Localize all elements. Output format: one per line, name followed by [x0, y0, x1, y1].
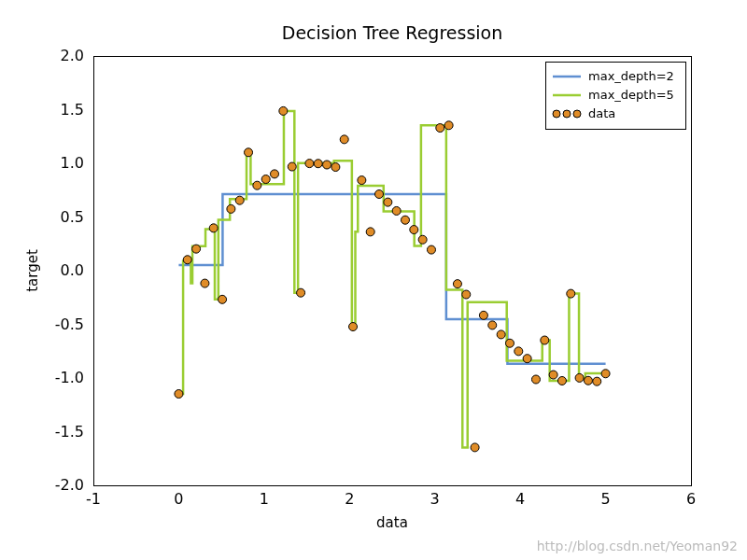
data-point: [227, 204, 235, 213]
data-point: [505, 339, 514, 347]
ytick-label: 1.5: [61, 101, 84, 119]
data-point: [584, 376, 592, 385]
data-point: [557, 376, 566, 385]
data-point: [462, 290, 471, 299]
ytick-label: 2.0: [61, 47, 84, 64]
data-point: [523, 355, 531, 363]
ytick-label: -1.5: [55, 423, 84, 441]
data-point: [349, 323, 358, 331]
data-point: [593, 377, 601, 385]
xtick-label: 1: [260, 490, 269, 508]
data-point: [175, 390, 183, 399]
legend-swatch: [573, 110, 581, 118]
data-point: [549, 371, 557, 379]
data-point: [201, 279, 209, 287]
data-point: [444, 121, 453, 130]
data-point: [384, 198, 392, 206]
ytick-label: 0.5: [61, 208, 84, 226]
data-point: [418, 235, 427, 244]
xtick-label: 6: [686, 490, 696, 508]
ytick-label: 1.0: [61, 154, 84, 172]
data-point: [427, 245, 435, 254]
xtick-label: 3: [430, 490, 440, 508]
legend-swatch: [553, 110, 560, 118]
legend-label: max_depth=5: [588, 88, 674, 102]
legend-label: data: [588, 106, 615, 120]
data-point: [340, 135, 348, 144]
data-point: [358, 176, 366, 185]
data-point: [366, 228, 374, 236]
series-max_depth=5: [178, 111, 605, 448]
data-point: [279, 106, 288, 115]
data-point: [601, 370, 610, 378]
data-point: [401, 216, 409, 224]
chart: -10123456-2.0-1.5-1.0-0.50.00.51.01.52.0…: [0, 0, 747, 560]
data-point: [288, 162, 296, 171]
data-point: [323, 161, 331, 169]
data-point: [271, 170, 279, 178]
ytick-label: -0.5: [55, 315, 84, 333]
y-axis-label: target: [24, 249, 41, 292]
data-point: [479, 311, 487, 319]
data-point: [314, 160, 322, 168]
watermark: http://blog.csdn.net/Yeoman92: [537, 539, 738, 553]
chart-title: Decision Tree Regression: [282, 22, 502, 43]
data-point: [192, 245, 201, 253]
data-point: [297, 288, 305, 297]
ytick-label: -1.0: [55, 369, 84, 386]
plot-layer: [175, 106, 610, 452]
data-point: [305, 160, 314, 168]
data-point: [331, 163, 340, 172]
data-point: [183, 256, 191, 264]
xtick-label: 0: [174, 490, 183, 508]
data-point: [471, 443, 479, 452]
ytick-label: -2.0: [55, 476, 84, 494]
xtick-label: 2: [345, 490, 354, 508]
legend-swatch: [563, 110, 571, 118]
data-point: [497, 330, 505, 339]
x-axis-label: data: [376, 514, 408, 531]
xtick-label: 5: [600, 490, 610, 508]
data-point: [514, 347, 523, 356]
data-point: [453, 280, 461, 288]
xtick-label: 4: [515, 490, 525, 508]
data-point: [436, 124, 444, 133]
data-point: [245, 148, 253, 157]
data-point: [253, 181, 261, 189]
legend: max_depth=2max_depth=5data: [545, 62, 685, 129]
data-point: [218, 295, 227, 303]
ytick-label: 0.0: [61, 261, 84, 279]
data-point: [531, 375, 540, 384]
data-point: [375, 190, 384, 199]
xtick-label: -1: [86, 490, 101, 508]
data-point: [261, 175, 270, 184]
data-point: [541, 336, 549, 344]
data-point: [410, 226, 418, 234]
data-point: [575, 373, 584, 382]
data-point: [567, 289, 575, 298]
data-point: [209, 224, 218, 232]
data-point: [392, 206, 401, 215]
data-point: [488, 321, 497, 329]
legend-label: max_depth=2: [588, 69, 674, 83]
data-point: [235, 196, 244, 204]
